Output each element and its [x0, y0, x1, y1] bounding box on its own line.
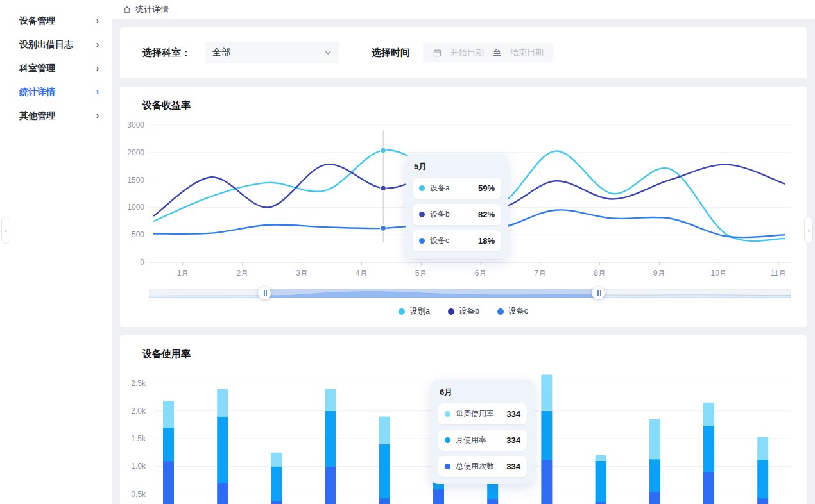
svg-text:1.0k: 1.0k — [131, 462, 146, 471]
bar-segment-月使用率[interactable] — [487, 466, 498, 499]
svg-text:1.5k: 1.5k — [131, 434, 146, 443]
legend-label: 设别a — [409, 306, 430, 317]
datazoom-right-handle[interactable] — [592, 287, 605, 299]
datazoom-slider[interactable] — [149, 287, 791, 300]
calendar-icon — [433, 49, 442, 57]
svg-text:3000: 3000 — [127, 121, 144, 130]
svg-text:0: 0 — [140, 258, 144, 267]
datazoom-left-handle[interactable] — [258, 287, 271, 299]
sidebar-item-label: 设备管理 — [19, 15, 55, 27]
svg-text:5月: 5月 — [415, 269, 427, 278]
svg-text:6月: 6月 — [475, 269, 487, 278]
bar-segment-总使用次数[interactable] — [271, 501, 282, 504]
revenue-chart-card: 设备收益率 300020001500100050001月2月3月4月5月6月7月… — [120, 87, 807, 327]
bar-segment-每周使用率[interactable] — [649, 419, 660, 459]
sidebar-item-department-management[interactable]: 科室管理 › — [0, 56, 112, 80]
bar-segment-总使用次数[interactable] — [217, 483, 228, 504]
bar-segment-每周使用率[interactable] — [433, 440, 444, 461]
date-range-picker[interactable]: 开始日期 至 结束日期 — [423, 43, 554, 62]
end-date-input[interactable]: 结束日期 — [510, 47, 544, 58]
bar-segment-每周使用率[interactable] — [596, 455, 606, 461]
bar-segment-月使用率[interactable] — [271, 466, 282, 501]
chevron-right-icon: › — [96, 63, 99, 74]
bar-segment-总使用次数[interactable] — [433, 489, 444, 504]
bar-segment-总使用次数[interactable] — [541, 460, 552, 504]
svg-text:500: 500 — [132, 230, 144, 239]
bar-segment-月使用率[interactable] — [649, 459, 660, 492]
bar-segment-月使用率[interactable] — [596, 461, 606, 503]
chart-legend: 设别a 设备b 设备c — [120, 306, 807, 317]
sidebar-item-label: 其他管理 — [19, 110, 55, 122]
chevron-right-icon: › — [96, 110, 99, 121]
bar-segment-每周使用率[interactable] — [271, 453, 282, 467]
svg-text:1500: 1500 — [127, 176, 144, 185]
time-filter-label: 选择时间 — [372, 47, 410, 59]
sidebar-item-lending-log[interactable]: 设别出借日志 › — [0, 33, 112, 56]
department-select-value: 全部 — [212, 47, 230, 58]
breadcrumb[interactable]: 统计详情 — [112, 0, 815, 19]
bar-segment-月使用率[interactable] — [325, 411, 336, 467]
bar-segment-每周使用率[interactable] — [487, 460, 498, 467]
legend-item-series-a[interactable]: 设别a — [399, 306, 430, 317]
bar-segment-总使用次数[interactable] — [163, 461, 174, 504]
y-axis-labels: 2.5k2.0k1.5k1.0k0.5k — [131, 379, 146, 499]
legend-item-series-b[interactable]: 设备b — [448, 306, 479, 317]
bar-segment-月使用率[interactable] — [757, 460, 768, 498]
bar-segment-总使用次数[interactable] — [649, 492, 660, 504]
svg-text:1月: 1月 — [177, 269, 189, 278]
bar-segment-每周使用率[interactable] — [541, 375, 552, 411]
start-date-input[interactable]: 开始日期 — [450, 47, 484, 58]
bar-segment-月使用率[interactable] — [379, 444, 390, 499]
bar-segment-总使用次数[interactable] — [703, 471, 714, 504]
bar-segment-总使用次数[interactable] — [757, 498, 768, 504]
bar-segment-每周使用率[interactable] — [757, 437, 768, 460]
legend-item-series-c[interactable]: 设备c — [497, 306, 528, 317]
bar-segment-总使用次数[interactable] — [487, 499, 498, 504]
grid-lines — [155, 383, 791, 494]
usage-bar-chart[interactable]: 2.5k2.0k1.5k1.0k0.5k — [120, 335, 807, 504]
sidebar-expand-button[interactable]: › — [1, 217, 10, 244]
department-select[interactable]: 全部 — [205, 42, 339, 63]
bar-segment-每周使用率[interactable] — [217, 389, 228, 416]
svg-text:2.5k: 2.5k — [131, 379, 146, 388]
bar-segment-总使用次数[interactable] — [325, 466, 336, 504]
bar-segment-每周使用率[interactable] — [703, 403, 714, 426]
sidebar-item-statistics-detail[interactable]: 统计详情 › — [0, 80, 112, 104]
bar-segment-月使用率[interactable] — [433, 461, 444, 490]
bar-segment-月使用率[interactable] — [163, 428, 174, 461]
bar-segment-月使用率[interactable] — [217, 416, 228, 483]
legend-color-dot — [497, 308, 504, 315]
svg-text:2000: 2000 — [127, 148, 144, 157]
bar-segment-月使用率[interactable] — [541, 411, 552, 460]
hover-point-dot — [381, 147, 386, 153]
bar-segment-每周使用率[interactable] — [325, 389, 336, 411]
x-axis-labels: 1月2月3月4月5月6月7月8月9月10月11月 — [177, 262, 787, 278]
sidebar: 设备管理 › 设别出借日志 › 科室管理 › 统计详情 › 其他管理 › — [0, 0, 112, 504]
svg-text:4月: 4月 — [356, 269, 368, 278]
filter-bar: 选择科室： 全部 选择时间 开始日期 至 结束日期 — [120, 27, 807, 78]
sidebar-item-label: 科室管理 — [19, 63, 55, 74]
legend-label: 设备b — [459, 306, 479, 317]
home-icon — [123, 5, 132, 14]
svg-text:8月: 8月 — [594, 269, 606, 278]
sidebar-item-label: 设别出借日志 — [19, 39, 73, 51]
sidebar-item-other-management[interactable]: 其他管理 › — [0, 104, 112, 128]
svg-text:0.5k: 0.5k — [131, 490, 146, 499]
bar-segment-月使用率[interactable] — [703, 426, 714, 472]
legend-color-dot — [448, 308, 454, 315]
breadcrumb-label: 统计详情 — [135, 4, 169, 15]
chevron-right-icon: › — [4, 226, 7, 234]
bar-segment-每周使用率[interactable] — [379, 416, 390, 444]
bar-segment-总使用次数[interactable] — [379, 498, 390, 504]
svg-text:10月: 10月 — [711, 269, 727, 278]
svg-text:7月: 7月 — [534, 269, 546, 278]
sidebar-item-device-management[interactable]: 设备管理 › — [0, 9, 112, 33]
bar-segment-每周使用率[interactable] — [163, 401, 174, 428]
chevron-right-icon: › — [96, 87, 99, 97]
chevron-right-icon: › — [96, 39, 99, 50]
panel-collapse-button[interactable]: ‹ — [804, 217, 813, 244]
legend-color-dot — [399, 308, 405, 315]
sidebar-item-label: 统计详情 — [19, 87, 55, 98]
datazoom-track[interactable] — [149, 287, 791, 300]
chevron-left-icon: ‹ — [807, 226, 810, 234]
